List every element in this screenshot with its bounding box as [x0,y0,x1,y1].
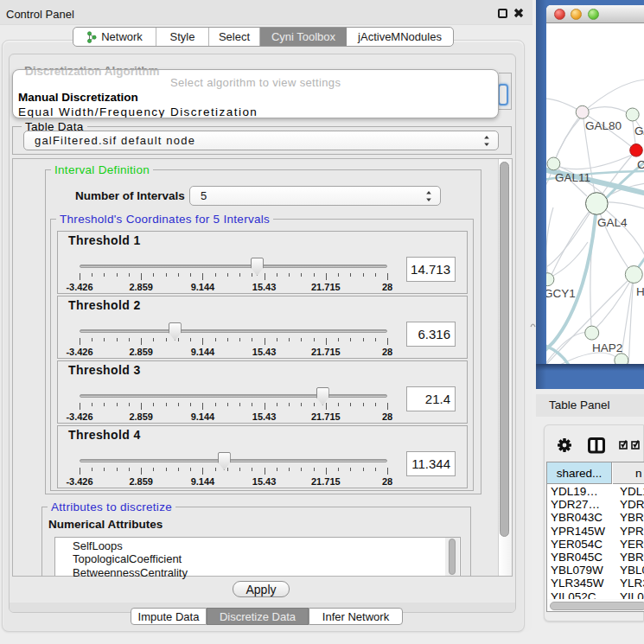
svg-text:H: H [636,285,644,298]
svg-text:CR: CR [637,158,644,171]
svg-text:GAL80: GAL80 [585,119,622,132]
svg-text:GAL4: GAL4 [597,216,628,229]
svg-text:GCY1: GCY1 [546,287,576,300]
svg-text:GAL11: GAL11 [555,171,590,184]
svg-text:GAL: GAL [634,124,644,137]
svg-text:HAP2: HAP2 [592,341,622,354]
